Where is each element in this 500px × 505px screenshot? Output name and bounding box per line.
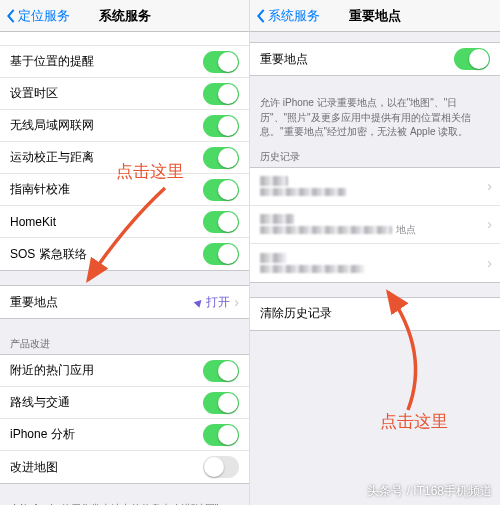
blurred-subtitle [260, 188, 346, 196]
location-arrow-icon [194, 297, 205, 308]
annotation-click-here: 点击这里 [116, 160, 184, 183]
row-label: 改进地图 [10, 459, 203, 476]
toggle-switch[interactable] [203, 360, 239, 382]
row-label: 重要地点 [260, 51, 454, 68]
annotation-arrow-icon [360, 282, 480, 422]
toggle-switch[interactable] [203, 456, 239, 478]
system-service-row[interactable]: 设置时区 [0, 78, 249, 110]
nav-title: 系统服务 [99, 7, 151, 25]
significant-toggle-row[interactable]: 重要地点 [250, 43, 500, 75]
blurred-title [260, 214, 294, 224]
history-item[interactable]: › [250, 244, 500, 282]
section-header-improve: 产品改进 [0, 333, 249, 354]
nav-back-label: 系统服务 [268, 7, 320, 25]
toggle-switch[interactable] [203, 392, 239, 414]
history-item[interactable]: 地点› [250, 206, 500, 244]
chevron-right-icon: › [487, 216, 492, 232]
chevron-left-icon [6, 8, 16, 24]
toggle-switch[interactable] [203, 211, 239, 233]
toggle-switch[interactable] [203, 83, 239, 105]
row-label: 设置时区 [10, 85, 203, 102]
toggle-switch[interactable] [454, 48, 490, 70]
watermark-text: 头条号 / IT168手机频道 [367, 483, 492, 500]
chevron-left-icon [256, 8, 266, 24]
toggle-switch[interactable] [203, 115, 239, 137]
history-item[interactable]: › [250, 168, 500, 206]
toggle-switch[interactable] [203, 179, 239, 201]
improve-row[interactable]: 附近的热门应用 [0, 355, 249, 387]
nav-bar: 系统服务 重要地点 [250, 0, 500, 32]
chevron-right-icon: › [487, 178, 492, 194]
improve-row[interactable]: 改进地图 [0, 451, 249, 483]
toggle-switch[interactable] [203, 51, 239, 73]
system-service-row[interactable]: 无线局域网联网 [0, 110, 249, 142]
description-text: 允许 iPhone 记录重要地点，以在"地图"、"日历"、"照片"及更多应用中提… [250, 90, 500, 146]
annotation-arrow-icon [70, 180, 190, 300]
blurred-title [260, 253, 286, 263]
history-extra: 地点 [396, 223, 416, 237]
blurred-subtitle [260, 265, 364, 273]
footer-note: 允许 Apple 使用您常去地点的信息来改进"地图"。 关于改进地图与隐私… [0, 498, 249, 505]
nav-back-label: 定位服务 [18, 7, 70, 25]
partial-row [0, 32, 249, 46]
improve-row[interactable]: 路线与交通 [0, 387, 249, 419]
nav-back-button[interactable]: 定位服务 [6, 7, 70, 25]
row-label: 附近的热门应用 [10, 362, 203, 379]
improve-row[interactable]: iPhone 分析 [0, 419, 249, 451]
row-detail: 打开 [195, 294, 230, 311]
toggle-switch[interactable] [203, 147, 239, 169]
blurred-title [260, 176, 288, 186]
blurred-subtitle [260, 226, 392, 234]
chevron-right-icon: › [234, 294, 239, 310]
toggle-switch[interactable] [203, 243, 239, 265]
significant-toggle-group: 重要地点 [250, 42, 500, 76]
product-improve-list: 附近的热门应用路线与交通iPhone 分析改进地图 [0, 354, 249, 484]
row-label: 无线局域网联网 [10, 117, 203, 134]
nav-title: 重要地点 [349, 7, 401, 25]
toggle-switch[interactable] [203, 424, 239, 446]
nav-back-button[interactable]: 系统服务 [256, 7, 320, 25]
row-label: iPhone 分析 [10, 426, 203, 443]
nav-bar: 定位服务 系统服务 [0, 0, 249, 32]
system-service-row[interactable]: 基于位置的提醒 [0, 46, 249, 78]
chevron-right-icon: › [487, 255, 492, 271]
row-label: 路线与交通 [10, 394, 203, 411]
section-header-history: 历史记录 [250, 146, 500, 167]
history-list: ›地点›› [250, 167, 500, 283]
screen-significant-locations: 系统服务 重要地点 重要地点 允许 iPhone 记录重要地点，以在"地图"、"… [250, 0, 500, 505]
annotation-click-here: 点击这里 [380, 410, 448, 433]
row-label: 基于位置的提醒 [10, 53, 203, 70]
screen-system-services: 定位服务 系统服务 基于位置的提醒设置时区无线局域网联网运动校正与距离指南针校准… [0, 0, 250, 505]
